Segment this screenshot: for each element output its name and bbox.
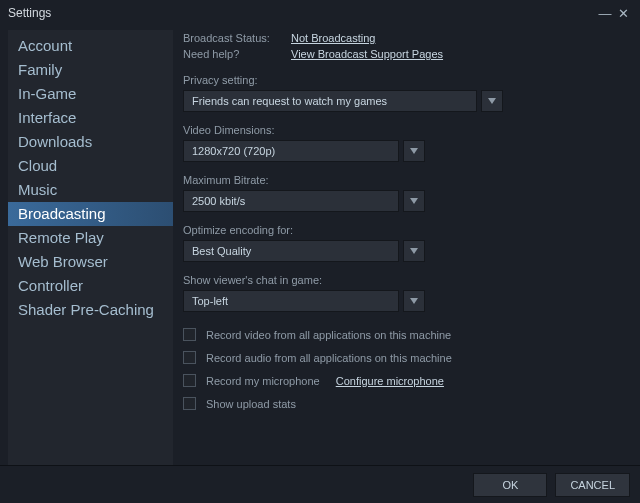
broadcast-status-link[interactable]: Not Broadcasting <box>291 32 375 44</box>
bitrate-value[interactable]: 2500 kbit/s <box>183 190 399 212</box>
sidebar-item-in-game[interactable]: In-Game <box>8 82 173 106</box>
help-link[interactable]: View Broadcast Support Pages <box>291 48 443 60</box>
sidebar-item-label: Interface <box>18 109 76 126</box>
broadcast-status-label: Broadcast Status: <box>183 32 277 44</box>
sidebar-item-interface[interactable]: Interface <box>8 106 173 130</box>
help-label: Need help? <box>183 48 277 60</box>
record-mic-checkbox[interactable] <box>183 374 196 387</box>
chevron-down-icon <box>410 198 418 204</box>
sidebar-item-family[interactable]: Family <box>8 58 173 82</box>
encoding-dropdown[interactable]: Best Quality <box>183 240 425 262</box>
privacy-dropdown-toggle[interactable] <box>481 90 503 112</box>
chevron-down-icon <box>488 98 496 104</box>
bitrate-dropdown[interactable]: 2500 kbit/s <box>183 190 425 212</box>
dimensions-value[interactable]: 1280x720 (720p) <box>183 140 399 162</box>
settings-window: Settings — ✕ Account Family In-Game Inte… <box>0 0 640 503</box>
sidebar-item-music[interactable]: Music <box>8 178 173 202</box>
privacy-dropdown[interactable]: Friends can request to watch my games <box>183 90 503 112</box>
dimensions-label: Video Dimensions: <box>183 124 628 136</box>
bitrate-label: Maximum Bitrate: <box>183 174 628 186</box>
chevron-down-icon <box>410 148 418 154</box>
chat-label: Show viewer's chat in game: <box>183 274 628 286</box>
sidebar-item-label: Cloud <box>18 157 57 174</box>
cancel-button[interactable]: CANCEL <box>555 473 630 497</box>
window-title: Settings <box>8 6 596 20</box>
upload-stats-checkbox[interactable] <box>183 397 196 410</box>
sidebar-item-label: Remote Play <box>18 229 104 246</box>
sidebar-item-label: Downloads <box>18 133 92 150</box>
sidebar-item-label: In-Game <box>18 85 76 102</box>
footer: OK CANCEL <box>0 465 640 503</box>
record-video-label: Record video from all applications on th… <box>206 329 451 341</box>
privacy-label: Privacy setting: <box>183 74 628 86</box>
sidebar-item-label: Controller <box>18 277 83 294</box>
titlebar: Settings — ✕ <box>0 0 640 26</box>
sidebar-item-web-browser[interactable]: Web Browser <box>8 250 173 274</box>
sidebar-item-account[interactable]: Account <box>8 34 173 58</box>
sidebar-item-cloud[interactable]: Cloud <box>8 154 173 178</box>
sidebar-item-broadcasting[interactable]: Broadcasting <box>8 202 173 226</box>
help-row: Need help? View Broadcast Support Pages <box>183 46 628 62</box>
body: Account Family In-Game Interface Downloa… <box>0 26 640 465</box>
main-panel: Broadcast Status: Not Broadcasting Need … <box>181 30 632 465</box>
sidebar-item-remote-play[interactable]: Remote Play <box>8 226 173 250</box>
sidebar-item-label: Music <box>18 181 57 198</box>
chat-value[interactable]: Top-left <box>183 290 399 312</box>
broadcast-status-row: Broadcast Status: Not Broadcasting <box>183 30 628 46</box>
configure-mic-link[interactable]: Configure microphone <box>336 375 444 387</box>
chat-dropdown[interactable]: Top-left <box>183 290 425 312</box>
sidebar-item-label: Broadcasting <box>18 205 106 222</box>
record-mic-label: Record my microphone <box>206 375 320 387</box>
upload-stats-row: Show upload stats <box>183 397 628 410</box>
dimensions-dropdown[interactable]: 1280x720 (720p) <box>183 140 425 162</box>
chat-dropdown-toggle[interactable] <box>403 290 425 312</box>
sidebar-item-label: Family <box>18 61 62 78</box>
dimensions-dropdown-toggle[interactable] <box>403 140 425 162</box>
minimize-button[interactable]: — <box>596 6 614 21</box>
sidebar-item-downloads[interactable]: Downloads <box>8 130 173 154</box>
sidebar-item-shader-pre-caching[interactable]: Shader Pre-Caching <box>8 298 173 322</box>
sidebar-item-label: Shader Pre-Caching <box>18 301 154 318</box>
encoding-dropdown-toggle[interactable] <box>403 240 425 262</box>
upload-stats-label: Show upload stats <box>206 398 296 410</box>
record-audio-label: Record audio from all applications on th… <box>206 352 452 364</box>
record-video-row: Record video from all applications on th… <box>183 328 628 341</box>
record-audio-row: Record audio from all applications on th… <box>183 351 628 364</box>
chevron-down-icon <box>410 248 418 254</box>
chevron-down-icon <box>410 298 418 304</box>
bitrate-dropdown-toggle[interactable] <box>403 190 425 212</box>
sidebar: Account Family In-Game Interface Downloa… <box>8 30 173 465</box>
close-button[interactable]: ✕ <box>614 6 632 21</box>
sidebar-item-label: Account <box>18 37 72 54</box>
record-video-checkbox[interactable] <box>183 328 196 341</box>
encoding-label: Optimize encoding for: <box>183 224 628 236</box>
privacy-value[interactable]: Friends can request to watch my games <box>183 90 477 112</box>
sidebar-item-label: Web Browser <box>18 253 108 270</box>
record-mic-row: Record my microphone Configure microphon… <box>183 374 628 387</box>
sidebar-item-controller[interactable]: Controller <box>8 274 173 298</box>
encoding-value[interactable]: Best Quality <box>183 240 399 262</box>
record-audio-checkbox[interactable] <box>183 351 196 364</box>
ok-button[interactable]: OK <box>473 473 547 497</box>
